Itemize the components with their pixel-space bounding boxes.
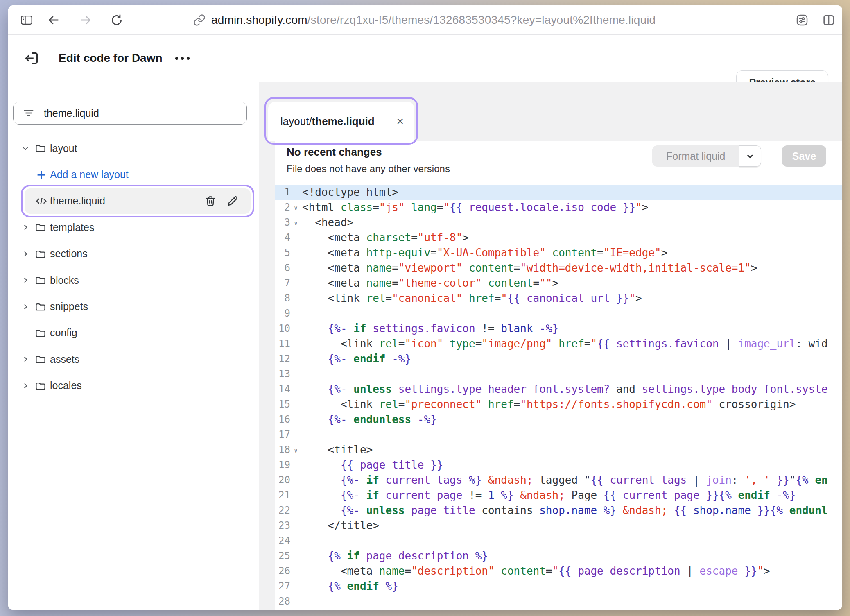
line-number[interactable]: 28 xyxy=(275,594,298,609)
code-line[interactable]: 25 {% if page_description %} xyxy=(275,548,842,564)
chevron-right-icon[interactable] xyxy=(20,380,31,392)
sidebar-item-locales[interactable]: locales xyxy=(8,373,259,399)
code-line[interactable]: 6 <meta name="viewport" content="width=d… xyxy=(275,260,842,276)
back-icon[interactable] xyxy=(46,12,61,28)
code-text[interactable]: </title> xyxy=(298,518,842,533)
code-line[interactable]: 19 {{ page_title }} xyxy=(275,457,842,473)
sidebar-item-templates[interactable]: templates xyxy=(8,214,259,240)
code-line[interactable]: 5 <meta http-equiv="X-UA-Compatible" con… xyxy=(275,245,842,260)
code-line[interactable]: 27 {% endif %} xyxy=(275,579,842,594)
code-text[interactable]: <link rel="canonical" href="{{ canonical… xyxy=(298,291,842,306)
code-text[interactable]: <meta name="viewport" content="width=dev… xyxy=(298,260,842,276)
code-line[interactable]: 16 {%- endunless -%} xyxy=(275,412,842,427)
line-number[interactable]: 14 xyxy=(275,382,298,397)
sidebar-item-assets[interactable]: assets xyxy=(8,346,259,372)
line-number[interactable]: 22 xyxy=(275,503,298,518)
code-text[interactable]: {%- unless settings.type_header_font.sys… xyxy=(298,382,842,397)
code-text[interactable]: {% if page_description %} xyxy=(298,548,842,564)
code-text[interactable]: {%- if settings.favicon != blank -%} xyxy=(298,321,842,336)
line-number[interactable]: 13 xyxy=(275,367,298,382)
code-line[interactable]: 29 {% render 'meta-tags' %} xyxy=(275,609,842,610)
line-number[interactable]: 9 xyxy=(275,306,298,321)
line-number[interactable]: 17 xyxy=(275,427,298,442)
code-line[interactable]: 14 {%- unless settings.type_header_font.… xyxy=(275,382,842,397)
chevron-right-icon[interactable] xyxy=(20,248,31,260)
format-liquid-label[interactable]: Format liquid xyxy=(652,145,739,167)
line-number[interactable]: 4 xyxy=(275,230,298,245)
code-line[interactable]: 1<!doctype html> xyxy=(275,185,842,200)
code-line[interactable]: 4 <meta charset="utf-8"> xyxy=(275,230,842,245)
line-number[interactable]: 5 xyxy=(275,245,298,260)
code-line[interactable]: 12 {%- endif -%} xyxy=(275,351,842,367)
code-line[interactable]: 2∨<html class="js" lang="{{ request.loca… xyxy=(275,200,842,215)
code-text[interactable]: <html class="js" lang="{{ request.locale… xyxy=(298,200,842,215)
code-text[interactable]: <meta name="theme-color" content=""> xyxy=(298,276,842,291)
line-number[interactable]: 16 xyxy=(275,412,298,427)
code-line[interactable]: 7 <meta name="theme-color" content=""> xyxy=(275,276,842,291)
code-line[interactable]: 10 {%- if settings.favicon != blank -%} xyxy=(275,321,842,336)
line-number[interactable]: 15 xyxy=(275,397,298,412)
code-line[interactable]: 3∨ <head> xyxy=(275,215,842,230)
tab-layout-theme-liquid[interactable]: layout/theme.liquid × xyxy=(268,102,414,141)
code-text[interactable]: <head> xyxy=(298,215,842,230)
exit-icon[interactable] xyxy=(23,49,41,67)
line-number[interactable]: 21 xyxy=(275,488,298,503)
code-line[interactable]: 23 </title> xyxy=(275,518,842,533)
line-number[interactable]: 7 xyxy=(275,276,298,291)
code-text[interactable] xyxy=(298,367,842,382)
code-text[interactable] xyxy=(298,306,842,321)
code-line[interactable]: 20 {%- if current_tags %} &ndash; tagged… xyxy=(275,473,842,488)
code-text[interactable]: <meta name="description" content="{{ pag… xyxy=(298,564,842,579)
code-line[interactable]: 15 <link rel="preconnect" href="https://… xyxy=(275,397,842,412)
format-liquid-button[interactable]: Format liquid xyxy=(652,145,761,167)
line-number[interactable]: 18∨ xyxy=(275,442,298,457)
line-number[interactable]: 12 xyxy=(275,351,298,367)
sidebar-item-theme-liquid[interactable]: theme.liquid xyxy=(8,188,259,214)
code-text[interactable] xyxy=(298,594,842,609)
chevron-right-icon[interactable] xyxy=(20,274,31,286)
line-number[interactable]: 20 xyxy=(275,473,298,488)
code-line[interactable]: 8 <link rel="canonical" href="{{ canonic… xyxy=(275,291,842,306)
code-text[interactable]: {{ page_title }} xyxy=(298,457,842,473)
search-input[interactable]: theme.liquid xyxy=(13,102,247,125)
code-text[interactable]: <meta http-equiv="X-UA-Compatible" conte… xyxy=(298,245,842,260)
code-text[interactable]: <link rel="preconnect" href="https://fon… xyxy=(298,397,842,412)
code-text[interactable]: {%- unless page_title contains shop.name… xyxy=(298,503,842,518)
chevron-right-icon[interactable] xyxy=(20,301,31,313)
code-line[interactable]: 22 {%- unless page_title contains shop.n… xyxy=(275,503,842,518)
line-number[interactable]: 27 xyxy=(275,579,298,594)
url-bar[interactable]: admin.shopify.com/store/rzq1xu-f5/themes… xyxy=(193,5,656,35)
line-number[interactable]: 8 xyxy=(275,291,298,306)
line-number[interactable]: 11 xyxy=(275,336,298,351)
chevron-down-icon[interactable] xyxy=(739,145,761,167)
line-number[interactable]: 26 xyxy=(275,564,298,579)
code-line[interactable]: 13 xyxy=(275,367,842,382)
code-text[interactable]: <link rel="icon" type="image/png" href="… xyxy=(298,336,842,351)
sidebar-item-snippets[interactable]: snippets xyxy=(8,293,259,319)
line-number[interactable]: 10 xyxy=(275,321,298,336)
code-line[interactable]: 21 {%- if current_page != 1 %} &ndash; P… xyxy=(275,488,842,503)
code-line[interactable]: 28 xyxy=(275,594,842,609)
reload-icon[interactable] xyxy=(109,12,124,28)
line-number[interactable]: 2∨ xyxy=(275,200,298,215)
fold-icon[interactable]: ∨ xyxy=(294,443,298,458)
chevron-right-icon[interactable] xyxy=(20,222,31,233)
code-line[interactable]: 17 xyxy=(275,427,842,442)
add-new-layout-button[interactable]: Add a new layout xyxy=(8,161,259,188)
tune-icon[interactable] xyxy=(794,12,810,28)
line-number[interactable]: 1 xyxy=(275,185,298,200)
code-line[interactable]: 26 <meta name="description" content="{{ … xyxy=(275,564,842,579)
more-menu-icon[interactable] xyxy=(171,50,193,66)
sidebar-item-layout[interactable]: layout xyxy=(8,135,259,161)
code-text[interactable]: {% render 'meta-tags' %} xyxy=(298,609,842,610)
code-editor[interactable]: 1<!doctype html>2∨<html class="js" lang=… xyxy=(275,185,842,610)
code-text[interactable]: {%- if current_tags %} &ndash; tagged "{… xyxy=(298,473,842,488)
close-icon[interactable]: × xyxy=(396,115,404,127)
sidebar-item-blocks[interactable]: blocks xyxy=(8,267,259,293)
split-view-icon[interactable] xyxy=(821,12,836,28)
code-text[interactable]: <!doctype html> xyxy=(298,185,842,200)
chevron-down-icon[interactable] xyxy=(20,143,31,154)
code-text[interactable] xyxy=(298,427,842,442)
fold-icon[interactable]: ∨ xyxy=(294,201,298,216)
line-number[interactable]: 25 xyxy=(275,548,298,564)
